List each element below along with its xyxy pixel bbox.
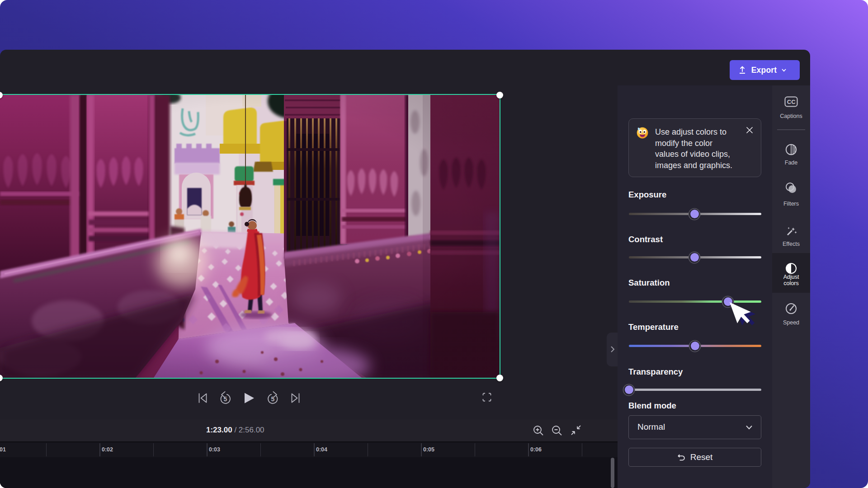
svg-text:C: C [791,99,796,105]
svg-text:5: 5 [224,395,227,403]
svg-text:5: 5 [271,395,274,403]
